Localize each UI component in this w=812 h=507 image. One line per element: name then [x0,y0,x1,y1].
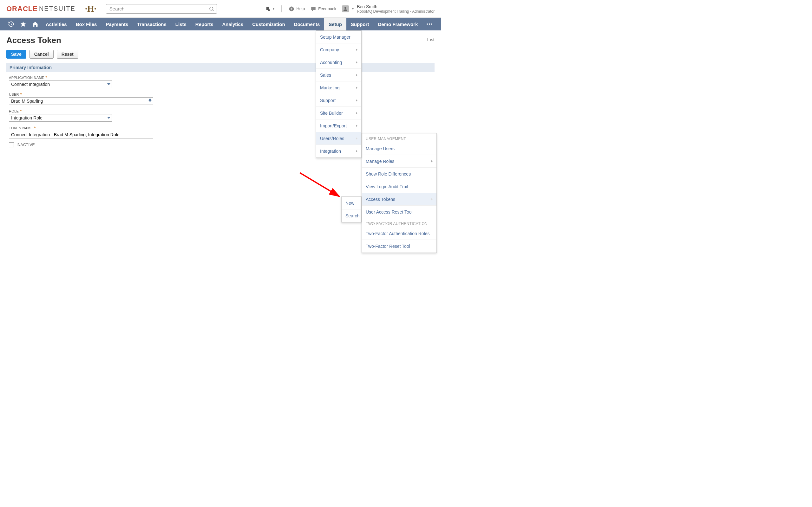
submenu-item-manage-users[interactable]: Manage Users [362,142,437,155]
menu-item-support[interactable]: Support [316,94,361,107]
company-logo: ·H· [83,4,98,14]
divider [281,5,282,12]
nav-item-activities[interactable]: Activities [41,18,71,31]
menu-item-company[interactable]: Company [316,43,361,56]
menu-item-site-builder[interactable]: Site Builder [316,107,361,119]
header-actions: ▾ ? Help Feedback ▾ Ben Smith RoboMQ Dev… [265,4,435,14]
shortcuts-button[interactable] [17,18,29,31]
submenu-item-manage-roles[interactable]: Manage Roles [362,155,437,156]
user-role-label: RoboMQ Development Trailing - Administra… [357,9,435,14]
token-name-label: TOKEN NAME* [9,125,432,130]
users-roles-submenu: USER MANAGEMENTManage UsersManage RolesS… [362,133,437,156]
token-name-input-wrap [9,131,153,138]
nav-item-reports[interactable]: Reports [191,18,218,31]
help-icon: ? [289,6,294,12]
search-icon [209,6,214,12]
help-link[interactable]: ? Help [289,6,305,12]
setup-dropdown: Setup ManagerCompanyAccountingSalesMarke… [316,31,362,156]
feedback-icon [310,6,316,12]
home-icon [32,21,38,27]
history-icon [8,21,14,27]
nav-item-setup[interactable]: Setup [324,18,346,31]
section-header: Primary Information [6,63,435,72]
nav-item-customization[interactable]: Customization [248,18,289,31]
search-container [106,4,217,14]
action-buttons: Save Cancel Reset [6,50,435,59]
netsuite-logo: NETSUITE [39,5,75,12]
quick-add-button[interactable]: ▾ [265,6,274,12]
page-title: Access Token [6,36,61,45]
home-button[interactable] [29,18,41,31]
app-name-select[interactable]: Connect Integration [9,80,112,88]
inactive-label: INACTIVE [16,143,35,147]
top-header: ORACLE NETSUITE ·H· ▾ ? Help Feedback ▾ … [0,0,441,18]
search-input[interactable] [106,4,217,14]
nav-item-lists[interactable]: Lists [171,18,191,31]
menu-item-integration[interactable]: Integration [316,145,361,156]
star-icon [20,21,26,27]
menu-item-marketing[interactable]: Marketing [316,81,361,94]
nav-item-analytics[interactable]: Analytics [218,18,248,31]
menu-item-accounting[interactable]: Accounting [316,56,361,69]
nav-item-box-files[interactable]: Box Files [71,18,101,31]
inactive-checkbox[interactable] [9,142,14,147]
user-name-label: Ben Smith [357,4,435,9]
token-name-input[interactable] [11,132,151,137]
list-view-link[interactable]: List [427,36,435,42]
svg-point-7 [345,7,346,9]
role-label: ROLE* [9,109,432,113]
recent-records-button[interactable] [5,18,17,31]
svg-marker-8 [20,21,26,27]
menu-item-users-roles[interactable]: Users/Roles [316,132,361,145]
menu-item-import-export[interactable]: Import/Export [316,119,361,132]
app-name-label: APPLICATION NAME* [9,75,432,80]
cancel-button[interactable]: Cancel [30,50,54,59]
user-label: USER* [9,92,432,97]
plus-doc-icon [265,6,271,12]
nav-item-transactions[interactable]: Transactions [133,18,171,31]
svg-point-0 [210,7,213,10]
role-select[interactable]: Integration Role [9,114,112,122]
svg-line-1 [212,10,213,11]
nav-item-support[interactable]: Support [346,18,374,31]
oracle-logo: ORACLE [6,5,38,13]
menu-item-setup-manager[interactable]: Setup Manager [316,31,361,43]
menu-item-sales[interactable]: Sales [316,69,361,81]
svg-text:?: ? [291,7,293,10]
avatar-icon [342,5,349,12]
nav-item-documents[interactable]: Documents [290,18,324,31]
user-select[interactable]: Brad M Sparling [9,97,153,105]
svg-rect-6 [311,7,316,10]
nav-overflow-button[interactable] [423,23,436,25]
reset-button[interactable]: Reset [57,50,78,59]
main-nav: ActivitiesBox FilesPaymentsTransactionsL… [0,18,441,31]
feedback-link[interactable]: Feedback [310,6,336,12]
nav-item-demo-framework[interactable]: Demo Framework [373,18,422,31]
save-button[interactable]: Save [6,50,26,59]
user-menu[interactable]: ▾ Ben Smith RoboMQ Development Trailing … [342,4,435,14]
submenu-section-user-management: USER MANAGEMENT [362,133,437,142]
nav-item-payments[interactable]: Payments [101,18,133,31]
